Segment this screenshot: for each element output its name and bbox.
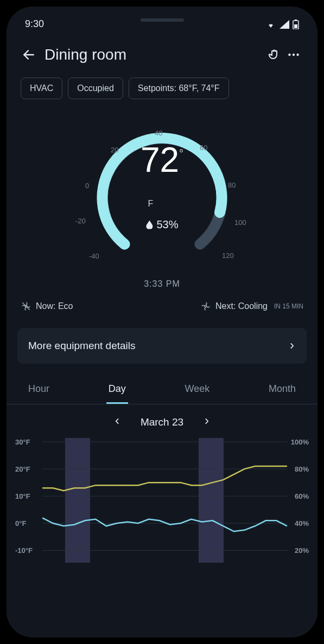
date-prev-button[interactable] [113, 416, 121, 428]
arrow-left-icon [22, 48, 36, 62]
chevron-right-icon [203, 417, 211, 426]
gauge-tick: 40 [155, 129, 162, 137]
tab-hour[interactable]: Hour [26, 383, 52, 404]
signal-icon [279, 20, 289, 29]
status-time: 9:30 [25, 18, 44, 30]
gauge-tick: 60 [200, 144, 207, 152]
gauge-tick: 100 [234, 218, 246, 227]
svg-line-8 [22, 302, 29, 310]
droplet-icon [145, 220, 153, 229]
chevron-left-icon [113, 417, 121, 426]
battery-icon [293, 20, 299, 29]
tab-month[interactable]: Month [266, 383, 298, 404]
temperature-value: 72° F [141, 143, 183, 212]
hand-icon [268, 48, 281, 61]
chip-setpoints[interactable]: Setpoints: 68°F, 74°F [129, 78, 229, 99]
date-next-button[interactable] [203, 416, 211, 428]
more-horizontal-icon [287, 48, 301, 62]
svg-point-6 [296, 54, 298, 56]
gauge-tick: 20 [111, 146, 118, 154]
manual-mode-button[interactable] [264, 45, 284, 65]
more-menu-button[interactable] [284, 45, 303, 65]
svg-point-5 [293, 54, 295, 56]
back-button[interactable] [21, 47, 37, 63]
mode-now: Now: Eco [21, 301, 73, 312]
chip-hvac[interactable]: HVAC [21, 78, 62, 99]
history-chart[interactable]: 30°F 20°F 10°F 0°F -10°F 100% 80% 60% 40… [15, 438, 309, 563]
gauge-tick: -40 [89, 252, 99, 260]
gauge-tick: 0 [85, 182, 89, 190]
humidity-value: 53% [141, 218, 183, 231]
status-icons [265, 20, 299, 29]
chart-series-humidity [42, 518, 287, 531]
svg-rect-2 [295, 20, 297, 21]
tab-day[interactable]: Day [106, 383, 128, 404]
svg-rect-1 [294, 24, 297, 28]
fan-off-icon [21, 301, 31, 312]
gauge-tick: -20 [75, 217, 86, 225]
chevron-right-icon [288, 342, 296, 350]
svg-point-4 [288, 54, 290, 56]
tab-week[interactable]: Week [183, 383, 212, 404]
date-label: March 23 [141, 416, 183, 428]
gauge-tick: 80 [228, 181, 236, 189]
wifi-icon [265, 20, 276, 29]
chart-series-temperature [42, 466, 287, 491]
chip-occupied[interactable]: Occupied [68, 78, 123, 99]
details-label: More equipment details [28, 340, 136, 352]
fan-icon [200, 301, 211, 312]
gauge-tick: 120 [222, 252, 234, 260]
more-equipment-details[interactable]: More equipment details [17, 328, 307, 364]
page-title: Dining room [45, 46, 264, 63]
mode-next: Next: Cooling IN 15 MIN [200, 301, 303, 312]
svg-point-9 [205, 305, 206, 307]
temperature-gauge: 72° F 53% -40 -20 0 20 40 60 80 100 120 [7, 114, 317, 282]
